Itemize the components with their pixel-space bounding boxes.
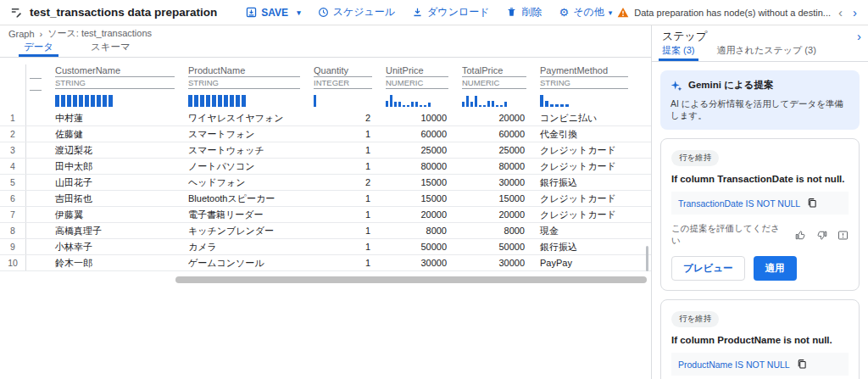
table-cell[interactable]: 25000	[459, 145, 537, 155]
table-cell[interactable]: 60000	[459, 129, 537, 139]
table-cell[interactable]: 田中太郎	[52, 160, 185, 173]
table-cell[interactable]: 60000	[382, 129, 459, 139]
column-histogram[interactable]	[540, 95, 638, 107]
table-cell[interactable]: 30000	[459, 177, 537, 187]
tab-schema[interactable]: スキーマ	[91, 41, 131, 57]
table-cell[interactable]: クレジットカード	[537, 144, 638, 157]
table-cell[interactable]: 小林幸子	[52, 241, 185, 254]
column-histogram[interactable]	[462, 95, 537, 107]
table-cell[interactable]: 8000	[459, 226, 537, 236]
table-cell[interactable]: 2	[310, 113, 382, 123]
table-cell[interactable]: 25000	[382, 145, 459, 155]
table-cell[interactable]: 8000	[382, 226, 459, 236]
report-feedback-button[interactable]	[837, 230, 849, 241]
table-row[interactable]: 4田中太郎ノートパソコン18000080000クレジットカード	[0, 159, 651, 175]
table-row[interactable]: 3渡辺梨花スマートウォッチ12500025000クレジットカード	[0, 142, 651, 159]
table-row[interactable]: 1中村蓮ワイヤレスイヤフォン21000020000コンビニ払い	[0, 110, 651, 126]
table-cell[interactable]: 1	[310, 226, 382, 236]
table-cell[interactable]: 電子書籍リーダー	[185, 209, 310, 221]
table-cell[interactable]: 1	[310, 145, 382, 155]
thumbs-up-button[interactable]	[795, 230, 806, 241]
table-cell[interactable]: 1	[310, 193, 382, 203]
column-histogram[interactable]	[386, 95, 459, 107]
tab-applied-steps[interactable]: 適用されたステップ (3)	[717, 44, 816, 61]
table-cell[interactable]: 15000	[459, 193, 537, 203]
schedule-button[interactable]: スケジュール	[318, 5, 395, 20]
table-cell[interactable]: ノートパソコン	[185, 160, 310, 173]
tab-data[interactable]: データ	[24, 41, 53, 57]
table-row[interactable]: 2佐藤健スマートフォン16000060000代金引換	[0, 126, 651, 142]
vertical-scrollbar[interactable]	[646, 246, 648, 271]
table-cell[interactable]: 20000	[459, 209, 537, 220]
table-row[interactable]: 7伊藤翼電子書籍リーダー12000020000クレジットカード	[0, 207, 651, 223]
table-cell[interactable]: 渡辺梨花	[52, 144, 185, 157]
more-options-button[interactable]: ⚙ その他 ▾	[559, 5, 612, 20]
column-header-UnitPrice[interactable]: UnitPriceNUMERIC	[382, 64, 459, 110]
table-row[interactable]: 9小林幸子カメラ15000050000銀行振込	[0, 239, 651, 255]
table-cell[interactable]: 15000	[382, 193, 459, 203]
table-cell[interactable]: 50000	[382, 242, 459, 252]
table-cell[interactable]: カメラ	[185, 241, 310, 254]
table-cell[interactable]: クレジットカード	[537, 192, 638, 205]
column-histogram[interactable]	[314, 95, 382, 107]
table-cell[interactable]: 1	[310, 258, 382, 268]
table-cell[interactable]: 代金引換	[537, 128, 638, 141]
table-cell[interactable]: コンビニ払い	[537, 112, 638, 125]
save-button[interactable]: SAVE	[246, 7, 288, 19]
next-warning-button[interactable]: ›	[850, 6, 860, 19]
column-header-PaymentMethod[interactable]: PaymentMethodSTRING	[537, 64, 638, 110]
table-cell[interactable]: 80000	[382, 161, 459, 171]
column-histogram[interactable]	[188, 95, 310, 107]
table-cell[interactable]: Bluetoothスピーカー	[185, 192, 310, 205]
table-cell[interactable]: 山田花子	[52, 176, 185, 189]
table-cell[interactable]: 1	[310, 161, 382, 171]
table-cell[interactable]: ワイヤレスイヤフォン	[185, 112, 310, 125]
table-cell[interactable]: ヘッドフォン	[185, 176, 310, 189]
table-cell[interactable]: キッチンブレンダー	[185, 225, 310, 237]
preview-button[interactable]: プレビュー	[671, 256, 745, 281]
column-header-CustomerName[interactable]: CustomerNameSTRING	[52, 64, 185, 110]
table-cell[interactable]: 15000	[382, 177, 459, 187]
download-button[interactable]: ダウンロード	[412, 5, 489, 20]
copy-button[interactable]	[807, 198, 817, 209]
table-cell[interactable]: 80000	[459, 161, 537, 171]
breadcrumb-root[interactable]: Graph	[8, 29, 35, 39]
table-cell[interactable]: 高橋真理子	[52, 225, 185, 237]
table-cell[interactable]: 30000	[459, 258, 537, 268]
collapse-panel-button[interactable]: ›	[857, 30, 861, 42]
copy-button[interactable]	[797, 359, 807, 370]
table-row[interactable]: 6吉田拓也Bluetoothスピーカー11500015000クレジットカード	[0, 191, 651, 207]
table-cell[interactable]: 伊藤翼	[52, 209, 185, 221]
table-cell[interactable]: 吉田拓也	[52, 192, 185, 205]
tab-suggestions[interactable]: 提案 (3)	[662, 44, 695, 61]
table-cell[interactable]: クレジットカード	[537, 160, 638, 173]
table-cell[interactable]: 現金	[537, 225, 638, 237]
table-cell[interactable]: スマートフォン	[185, 128, 310, 141]
table-cell[interactable]: 中村蓮	[52, 112, 185, 125]
table-cell[interactable]: 20000	[382, 209, 459, 220]
table-cell[interactable]: 2	[310, 177, 382, 187]
table-cell[interactable]: 50000	[459, 242, 537, 252]
column-header-ProductName[interactable]: ProductNameSTRING	[185, 64, 310, 110]
table-cell[interactable]: 10000	[382, 113, 459, 123]
table-cell[interactable]: 佐藤健	[52, 128, 185, 141]
table-cell[interactable]: 銀行振込	[537, 176, 638, 189]
column-histogram[interactable]	[55, 95, 185, 107]
table-cell[interactable]: スマートウォッチ	[185, 144, 310, 157]
table-cell[interactable]: 1	[310, 129, 382, 139]
apply-button[interactable]: 適用	[754, 256, 797, 281]
previous-warning-button[interactable]: ‹	[836, 6, 845, 19]
table-row[interactable]: 8高橋真理子キッチンブレンダー180008000現金	[0, 223, 651, 239]
table-row[interactable]: 5山田花子ヘッドフォン21500030000銀行振込	[0, 175, 651, 191]
table-cell[interactable]: 1	[310, 242, 382, 252]
table-cell[interactable]: PayPay	[537, 258, 638, 268]
table-cell[interactable]: ゲームコンソール	[185, 257, 310, 270]
horizontal-scrollbar[interactable]	[175, 276, 647, 283]
table-cell[interactable]: 20000	[459, 113, 537, 123]
table-cell[interactable]: 銀行振込	[537, 241, 638, 254]
table-cell[interactable]: 30000	[382, 258, 459, 268]
column-header-TotalPrice[interactable]: TotalPriceNUMERIC	[459, 64, 537, 110]
column-header-Quantity[interactable]: QuantityINTEGER	[310, 64, 382, 110]
table-row[interactable]: 10鈴木一郎ゲームコンソール13000030000PayPay	[0, 255, 651, 271]
delete-button[interactable]: 削除	[506, 5, 542, 20]
